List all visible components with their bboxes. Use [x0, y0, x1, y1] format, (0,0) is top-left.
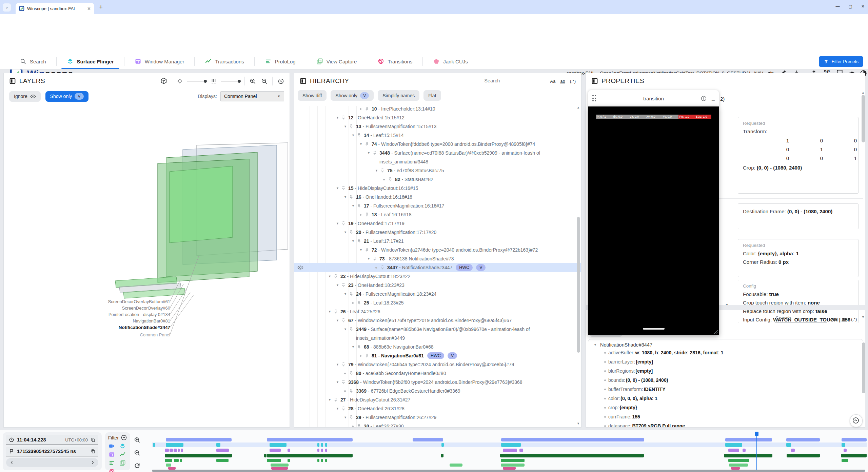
tab-surface-flinger[interactable]: Surface Flinger — [57, 54, 124, 69]
protolog-icon[interactable] — [108, 460, 115, 466]
collapse-filter-icon[interactable] — [121, 434, 127, 441]
properties-scrollbar[interactable] — [862, 95, 865, 142]
window-manager-event[interactable] — [288, 449, 290, 452]
spacing-slider[interactable] — [221, 81, 240, 81]
pin-icon[interactable] — [357, 300, 361, 305]
surface-flinger-event[interactable] — [153, 443, 155, 447]
regex-icon[interactable]: (.*) — [851, 317, 857, 322]
tab-search[interactable]: Search — [9, 54, 56, 69]
expand-arrow-icon[interactable]: ▼ — [342, 122, 348, 131]
transactions-icon[interactable] — [119, 451, 126, 458]
expand-arrow-icon[interactable]: ▼ — [327, 395, 333, 404]
maximize-icon[interactable]: ▢ — [849, 4, 852, 9]
next-frame-icon[interactable] — [90, 460, 95, 465]
tree-node-27[interactable]: ▼27 - HideDisplayCutout:26:31#27 — [294, 395, 581, 404]
tab-search-button[interactable]: ⌄ — [3, 3, 11, 12]
window-manager-icon[interactable] — [108, 451, 115, 458]
expand-arrow-icon[interactable]: ▼ — [342, 325, 348, 334]
new-tab-button[interactable]: + — [99, 4, 103, 10]
browser-tab[interactable]: Winscope | sandbox-FAI ✕ — [16, 3, 94, 14]
view-capture-event[interactable] — [166, 464, 171, 467]
expand-arrow-icon[interactable]: ▼ — [358, 140, 364, 149]
expand-arrow-icon[interactable]: ▼ — [342, 290, 348, 298]
tree-node-81[interactable]: 81 - NavigationBar0#81HWCV — [294, 351, 581, 360]
match-word-icon[interactable]: ab — [560, 79, 565, 84]
layer-label[interactable]: NavigationBar0#81 — [58, 318, 170, 323]
human-time-field[interactable]: 11:04:14.228 UTC+00:00 — [6, 435, 98, 445]
tree-node-18[interactable]: 18 - Leaf:16:16#18 — [294, 210, 581, 219]
pin-icon[interactable] — [364, 353, 369, 358]
protolog-event[interactable] — [174, 459, 179, 462]
layer-label[interactable]: ScreenDecorOverlayBottom#61 — [58, 299, 170, 304]
property-item-bounds[interactable]: bounds: (0, 0) - (1080, 2400) — [592, 376, 859, 385]
surface-flinger-icon[interactable] — [119, 443, 126, 449]
previous-frame-icon[interactable] — [9, 460, 14, 465]
ignore-chip[interactable]: Ignore — [9, 91, 41, 102]
tree-node-79[interactable]: ▼79 - WindowToken{7046b4a type=2024 andr… — [294, 360, 581, 369]
property-item-crop[interactable]: crop: {empty} — [592, 403, 859, 412]
info-icon[interactable] — [701, 95, 707, 102]
displays-select[interactable]: Common Panel▼ — [220, 91, 284, 101]
tree-node-67[interactable]: ▼67 - WindowToken{e5176f9 type=2019 andr… — [294, 316, 581, 325]
surface-flinger-event[interactable] — [842, 443, 845, 447]
tree-node-22[interactable]: ▼22 - HideDisplayCutout:18:23#22 — [294, 272, 581, 281]
copy-icon[interactable] — [91, 437, 96, 442]
pin-icon[interactable] — [349, 371, 354, 376]
expand-arrow-icon[interactable]: ▼ — [335, 404, 340, 413]
surface-flinger-event[interactable] — [325, 443, 327, 447]
pin-icon[interactable] — [357, 424, 361, 427]
view-capture-event[interactable] — [501, 464, 525, 467]
visibility-icon[interactable] — [297, 264, 303, 271]
tree-node-13[interactable]: ▼13 - FullscreenMagnification:15:15#13 — [294, 122, 581, 131]
tree-node-25[interactable]: 25 - Leaf:18:23#25 — [294, 298, 581, 307]
zoom-out-icon[interactable] — [261, 78, 268, 85]
tree-node-75[interactable]: ▼75 - ed70f88 StatusBar#75 — [294, 166, 581, 175]
transactions-event[interactable] — [841, 454, 867, 457]
window-manager-event[interactable] — [216, 449, 229, 452]
expand-arrow-icon[interactable]: ▼ — [335, 360, 340, 369]
transitions-event[interactable] — [503, 467, 516, 470]
show-only-chip[interactable]: Show only V — [45, 91, 88, 102]
view-capture-event[interactable] — [729, 464, 748, 467]
window-manager-event[interactable] — [165, 449, 169, 452]
tree-node-24[interactable]: ▼24 - FullscreenMagnification:18:23#24 — [294, 290, 581, 298]
window-manager-event[interactable] — [791, 449, 795, 452]
window-manager-event[interactable] — [270, 449, 281, 452]
resize-handle[interactable] — [714, 330, 718, 334]
expand-arrow-icon[interactable]: ▼ — [350, 342, 356, 351]
timeline-scrollbar[interactable] — [152, 470, 865, 472]
timeline-zoom-out-icon[interactable] — [134, 449, 141, 456]
screen-recording-event[interactable] — [166, 438, 232, 441]
window-manager-event[interactable] — [743, 449, 746, 452]
layer-label[interactable]: ScreenDecorOverlay#60 — [58, 306, 170, 311]
pin-icon[interactable] — [364, 106, 369, 111]
protolog-event[interactable] — [165, 459, 172, 462]
pin-icon[interactable] — [357, 133, 361, 138]
tab-transitions[interactable]: Transitions — [367, 54, 422, 69]
regex-icon[interactable]: (.*) — [570, 79, 576, 84]
expand-arrow-icon[interactable]: ▼ — [335, 219, 340, 228]
panel-icon[interactable] — [591, 78, 598, 84]
layer-label[interactable]: Common Panel — [58, 332, 170, 337]
lower-scrollbar[interactable] — [862, 342, 865, 393]
window-manager-event[interactable] — [325, 449, 327, 452]
tree-node-15[interactable]: ▼15 - HideDisplayCutout:16:16#15 — [294, 184, 581, 193]
tree-node-3449[interactable]: ▼3449 - Surface(name=885b63e NavigationB… — [294, 325, 581, 342]
scroll-up-icon[interactable]: ▲ — [862, 91, 865, 94]
expand-arrow-icon[interactable]: ▼ — [350, 131, 356, 140]
protolog-event[interactable] — [267, 459, 281, 462]
properties-root-node[interactable]: NotificationShade#3447 — [600, 342, 652, 348]
pin-icon[interactable] — [333, 309, 338, 314]
tree-node-3448[interactable]: ▼3448 - Surface(name=ed70f88 StatusBar)/… — [294, 149, 581, 166]
transactions-event[interactable] — [165, 454, 232, 457]
layer-label[interactable]: PointerLocation - display 0#134 — [58, 312, 170, 317]
pin-icon[interactable] — [333, 274, 338, 279]
transactions-event[interactable] — [724, 454, 772, 457]
tab-protolog[interactable]: ProtoLog — [255, 54, 306, 69]
pin-icon[interactable] — [372, 151, 377, 155]
tree-node-29[interactable]: ▼29 - FullscreenMagnification:26:27#29 — [294, 413, 581, 422]
screen-recording-event[interactable] — [725, 438, 772, 441]
expand-arrow-icon[interactable]: ▼ — [592, 343, 598, 347]
transactions-event[interactable] — [267, 454, 353, 457]
scroll-down-icon[interactable]: ▼ — [862, 315, 865, 319]
